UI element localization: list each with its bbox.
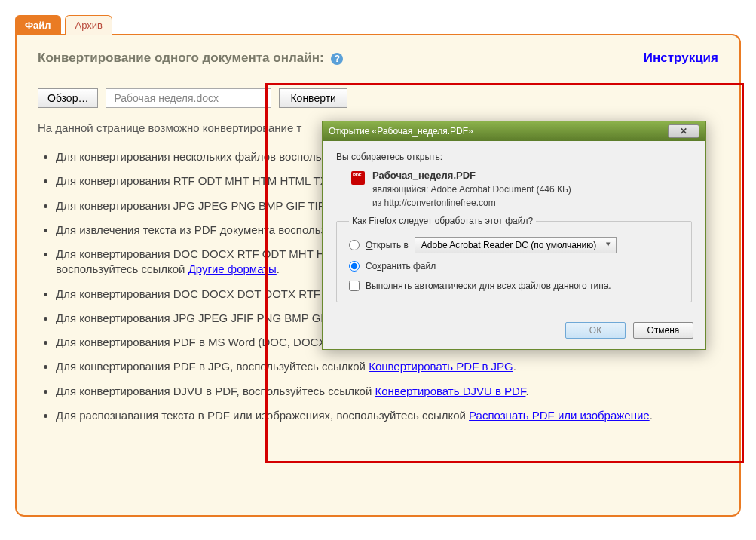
action-legend: Как Firefox следует обработать этот файл… xyxy=(349,216,536,226)
dialog-filetype: являющийся: Adobe Acrobat Document (446 … xyxy=(372,184,571,195)
tab-file[interactable]: Файл xyxy=(15,15,61,35)
dialog-prompt: Вы собираетесь открыть: xyxy=(336,152,692,162)
cancel-button[interactable]: Отмена xyxy=(633,322,693,339)
feature-link[interactable]: Распознать PDF или изображение xyxy=(469,409,650,422)
dialog-filename: Рабочая_неделя.PDF xyxy=(372,170,571,181)
download-dialog: Открытие «Рабочая_неделя.PDF» ✕ Вы собир… xyxy=(322,121,706,350)
feature-link[interactable]: Конвертировать PDF в JPG xyxy=(369,360,513,373)
open-with-label: Открыть в xyxy=(366,240,409,250)
help-icon[interactable]: ? xyxy=(331,53,343,65)
feature-item: Для распознавания текста в PDF или изобр… xyxy=(56,408,718,423)
feature-link[interactable]: Конвертировать DJVU в PDF xyxy=(375,385,526,397)
open-with-select[interactable]: Adobe Acrobat Reader DC (по умолчанию) xyxy=(415,237,617,253)
instruction-link[interactable]: Инструкция xyxy=(644,51,718,66)
save-file-label: Сохранить файл xyxy=(366,261,436,272)
page-title: Конвертирование одного документа онлайн: xyxy=(38,51,324,65)
main-panel: Конвертирование одного документа онлайн:… xyxy=(15,34,741,517)
tabs: Файл Архив xyxy=(15,15,741,35)
feature-item: Для конвертирования DJVU в PDF, воспольз… xyxy=(56,384,718,399)
browse-button[interactable]: Обзор… xyxy=(38,88,98,108)
action-fieldset: Как Firefox следует обработать этот файл… xyxy=(336,216,692,302)
feature-link[interactable]: Другие форматы xyxy=(188,262,277,275)
convert-button[interactable]: Конверти xyxy=(279,88,347,108)
checkbox-auto[interactable] xyxy=(349,281,360,291)
dialog-titlebar: Открытие «Рабочая_неделя.PDF» ✕ xyxy=(323,121,705,141)
file-name-field[interactable]: Рабочая неделя.docx xyxy=(106,88,271,108)
dialog-source: из http://convertonlinefree.com xyxy=(372,198,571,208)
radio-open-with[interactable] xyxy=(349,240,360,250)
feature-item: Для конвертирования PDF в JPG, воспользу… xyxy=(56,359,718,374)
radio-save-file[interactable] xyxy=(349,261,360,272)
tab-archive[interactable]: Архив xyxy=(65,15,112,35)
dialog-title: Открытие «Рабочая_неделя.PDF» xyxy=(329,126,473,137)
ok-button[interactable]: ОК xyxy=(565,322,626,339)
auto-label: Выполнять автоматически для всех файлов … xyxy=(366,281,611,291)
close-icon[interactable]: ✕ xyxy=(668,124,699,138)
pdf-icon xyxy=(351,171,365,185)
